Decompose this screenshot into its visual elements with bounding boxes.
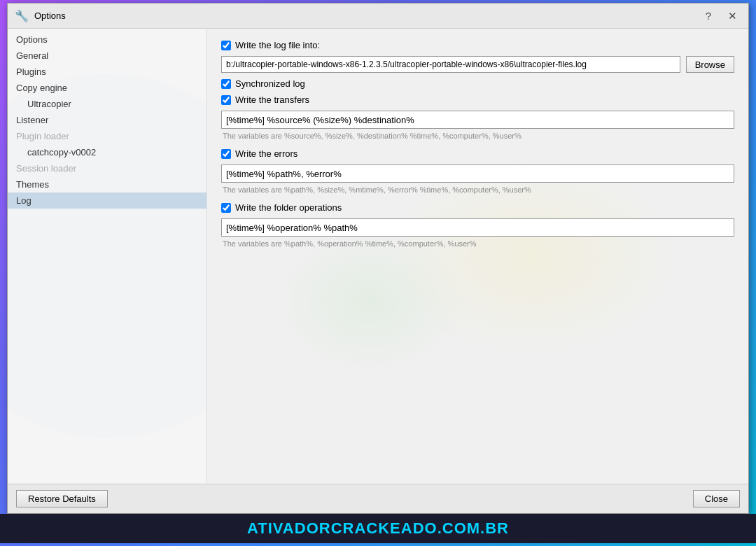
errors-hint: The variables are %path%, %size%, %mtime… [221, 186, 734, 194]
window-icon: 🔧 [15, 9, 29, 22]
sidebar-item-session-loader: Session loader [8, 160, 206, 176]
write-errors-text: Write the errors [235, 148, 298, 159]
write-folder-ops-checkbox[interactable] [221, 203, 231, 213]
folder-ops-hint: The variables are %path%, %operation% %t… [221, 239, 734, 248]
titlebar-buttons: ? ✕ [701, 8, 741, 24]
write-errors-label[interactable]: Write the errors [221, 148, 298, 159]
write-errors-checkbox[interactable] [221, 149, 231, 159]
transfers-format-input[interactable] [221, 111, 734, 129]
write-transfers-text: Write the transfers [235, 94, 309, 105]
errors-format-input[interactable] [221, 164, 734, 183]
sidebar-item-catchcopy[interactable]: catchcopy-v0002 [8, 144, 206, 160]
write-log-row: Write the log file into: [221, 40, 734, 50]
write-folder-ops-row: Write the folder operations [221, 202, 734, 213]
browse-button[interactable]: Browse [686, 56, 734, 73]
footer: Restore Defaults Close [8, 484, 748, 513]
write-log-text: Write the log file into: [235, 40, 320, 50]
transfers-hint: The variables are %source%, %size%, %des… [221, 132, 734, 140]
folder-ops-format-input[interactable] [221, 218, 734, 237]
sidebar-item-listener[interactable]: Listener [8, 112, 206, 128]
write-folder-ops-label[interactable]: Write the folder operations [221, 202, 342, 213]
close-button[interactable]: Close [693, 490, 740, 507]
write-transfers-row: Write the transfers [221, 94, 734, 105]
sidebar-item-log[interactable]: Log [8, 192, 206, 209]
close-window-button[interactable]: ✕ [724, 8, 741, 24]
log-file-path-input[interactable] [221, 56, 680, 73]
restore-defaults-button[interactable]: Restore Defaults [16, 490, 108, 507]
sidebar-item-general[interactable]: General [8, 48, 206, 64]
sidebar: Options General Plugins Copy engine Ultr… [8, 29, 207, 484]
file-row: Browse [221, 56, 734, 73]
write-log-checkbox[interactable] [221, 41, 231, 50]
synchronized-log-label[interactable]: Synchronized log [221, 78, 305, 89]
write-log-label[interactable]: Write the log file into: [221, 40, 320, 50]
sidebar-item-themes[interactable]: Themes [8, 176, 206, 192]
sidebar-item-ultracopier[interactable]: Ultracopier [8, 96, 206, 112]
write-errors-row: Write the errors [221, 148, 734, 159]
titlebar: 🔧 Options ? ✕ [8, 4, 748, 29]
synchronized-log-checkbox[interactable] [221, 79, 231, 89]
titlebar-left: 🔧 Options [15, 9, 66, 22]
bottom-banner: ATIVADORCRACKEADO.COM.BR [0, 514, 756, 543]
write-transfers-checkbox[interactable] [221, 95, 231, 105]
sidebar-item-plugins[interactable]: Plugins [8, 64, 206, 80]
sidebar-item-options[interactable]: Options [8, 31, 206, 48]
write-folder-ops-text: Write the folder operations [235, 202, 342, 213]
window-title: Options [34, 10, 66, 21]
sidebar-item-plugin-loader: Plugin loader [8, 128, 206, 144]
help-button[interactable]: ? [701, 8, 715, 23]
synchronized-log-text: Synchronized log [235, 78, 305, 89]
window-body: Options General Plugins Copy engine Ultr… [8, 29, 748, 484]
options-window: 🔧 Options ? ✕ Options General Plugins Co… [7, 3, 749, 514]
write-transfers-label[interactable]: Write the transfers [221, 94, 309, 105]
sidebar-item-copy-engine[interactable]: Copy engine [8, 80, 206, 96]
main-content: Write the log file into: Browse Synchron… [207, 29, 748, 484]
synchronized-log-row: Synchronized log [221, 78, 734, 89]
